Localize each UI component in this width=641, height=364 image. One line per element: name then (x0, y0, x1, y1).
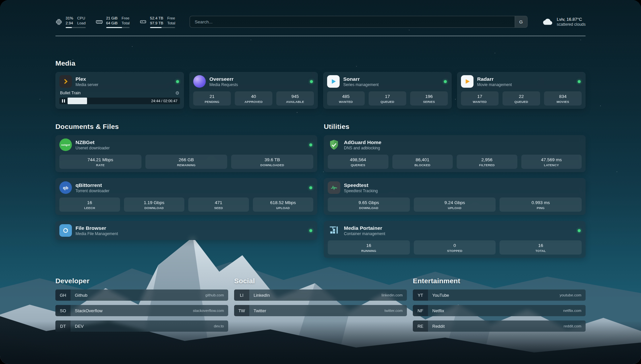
service-card-plex[interactable]: Plex Media server Bullet Train ⚙ 24:44 /… (55, 72, 184, 109)
stat-approved: 40 APPROVED (235, 91, 272, 106)
service-card-sonarr[interactable]: Sonarr Series management 485 WANTED 17 Q… (323, 72, 452, 109)
service-subtitle: Series management (343, 82, 379, 87)
bookmark-twitter[interactable]: TW Twitter twitter.com (234, 305, 407, 316)
service-title: Overseerr (209, 76, 238, 82)
bookmark-name: Twitter (254, 308, 266, 313)
stat-rate: 744.21 Mbps RATE (59, 155, 141, 169)
bookmark-name: YouTube (432, 293, 449, 298)
bookmark-stackoverflow[interactable]: SO StackOverflow stackoverflow.com (55, 305, 228, 316)
memory-total: 64 GiB (106, 21, 118, 26)
service-card-adguard[interactable]: AdGuard Home DNS and adblocking 498,564 … (324, 135, 586, 172)
section-media: Media Plex Media server (55, 59, 586, 109)
cloud-icon (542, 17, 553, 26)
bookmark-url: youtube.com (560, 293, 581, 297)
bookmark-netflix[interactable]: NF Netflix netflix.com (413, 305, 586, 316)
stat-download: 1.19 Gbps DOWNLOAD (124, 197, 185, 212)
nzbget-icon: nzbget (59, 138, 72, 151)
service-subtitle: Movie management (477, 82, 512, 87)
stat-pending: 21 PENDING (193, 91, 231, 106)
stat-downloaded: 39.6 TB DOWNLOADED (231, 155, 313, 169)
cpu-percent: 31% (66, 16, 73, 21)
stat-upload: 618.52 Mbps UPLOAD (253, 197, 314, 212)
memory-icon (96, 18, 103, 25)
service-title: Media Portainer (344, 225, 385, 231)
cpu-icon (55, 18, 62, 25)
bookmark-url: github.com (205, 293, 224, 297)
stat-upload: 9.24 Gbps UPLOAD (414, 197, 496, 212)
stat-movies: 834 MOVIES (544, 91, 582, 106)
service-title: Radarr (477, 76, 512, 82)
bookmark-name: StackOverflow (75, 308, 103, 313)
radarr-icon (461, 75, 473, 88)
cpu-label-2: Load (77, 21, 86, 26)
qbittorrent-icon: qb (59, 181, 72, 194)
bookmark-abbr: RE (413, 320, 428, 332)
service-card-radarr[interactable]: Radarr Movie management 17 WANTED 22 QUE… (457, 72, 586, 109)
disk-label-1: Free (167, 16, 175, 21)
bookmark-url: dev.to (214, 324, 224, 328)
bookmark-youtube[interactable]: YT YouTube youtube.com (413, 289, 586, 301)
pause-icon[interactable] (59, 99, 68, 103)
disk-meter-fill (150, 27, 162, 28)
playback-progress-bar[interactable]: 24:44 / 02:06:47 (59, 98, 180, 104)
bookmark-github[interactable]: GH Github github.com (55, 289, 228, 301)
bookmark-abbr: DT (55, 320, 71, 332)
bookmark-url: stackoverflow.com (193, 309, 224, 313)
service-subtitle: Usenet downloader (76, 146, 109, 151)
stat-filtered: 2,956 FILTERED (457, 155, 517, 169)
service-subtitle: DNS and adblocking (344, 146, 382, 151)
stat-available: 945 AVAILABLE (276, 91, 314, 106)
content: 31% 2.94 CPU Load (0, 0, 641, 350)
bookmark-reddit[interactable]: RE Reddit reddit.com (413, 320, 586, 332)
cpu-meter (66, 27, 86, 28)
weather-location: Lviv, 16.87°C (557, 16, 586, 22)
service-card-qbittorrent[interactable]: qb qBittorrent Torrent downloader 16 (55, 178, 317, 215)
stat-ping: 0.993 ms PING (500, 197, 582, 212)
section-title-media: Media (55, 59, 586, 67)
status-dot (578, 80, 581, 83)
service-card-overseerr[interactable]: Overseerr Media Requests 21 PENDING 40 A… (189, 72, 318, 109)
stat-wanted: 17 WANTED (461, 91, 499, 106)
section-title-utilities: Utilities (324, 123, 586, 131)
status-dot (309, 186, 312, 189)
bookmark-group-developer: Developer GH Github github.com SO StackO… (55, 277, 228, 332)
bookmark-name: Github (75, 293, 87, 298)
sonarr-icon (327, 75, 340, 88)
search-provider-button[interactable]: G (515, 16, 527, 27)
bookmark-abbr: GH (55, 289, 71, 301)
service-subtitle: Speedtest Tracking (344, 189, 378, 194)
search-input[interactable] (190, 16, 527, 28)
service-title: File Browser (76, 225, 118, 231)
bookmark-name: LinkedIn (254, 293, 270, 298)
bookmark-abbr: SO (55, 305, 71, 316)
bookmark-name: Netflix (432, 308, 444, 313)
service-title: Sonarr (343, 76, 379, 82)
dashboard-page: 31% 2.94 CPU Load (0, 0, 641, 364)
stat-seed: 471 SEED (188, 197, 249, 212)
bookmark-name: DEV (75, 324, 84, 329)
section-title-developer: Developer (55, 277, 228, 285)
speedtest-icon (328, 181, 340, 194)
service-title: Speedtest (344, 182, 378, 188)
playback-progress-fill (68, 98, 87, 104)
service-card-filebrowser[interactable]: File Browser Media File Management (55, 221, 317, 240)
stat-queued: 17 QUEUED (369, 91, 406, 106)
memory-free: 21 GiB (106, 16, 118, 21)
gear-icon[interactable]: ⚙ (175, 91, 179, 95)
stat-series: 196 SERIES (410, 91, 448, 106)
weather-condition: scattered clouds (557, 22, 586, 27)
section-title-social: Social (234, 277, 407, 285)
section-title-documents: Documents & Files (55, 123, 317, 131)
service-card-portainer[interactable]: Media Portainer Container management 16 … (324, 221, 586, 258)
bookmark-dev[interactable]: DT DEV dev.to (55, 320, 228, 332)
disk-icon (139, 18, 147, 25)
service-card-speedtest[interactable]: Speedtest Speedtest Tracking 9.65 Gbps D… (324, 178, 586, 215)
plex-icon (59, 75, 72, 88)
status-dot (310, 80, 313, 83)
disk-meter (150, 27, 175, 28)
service-card-nzbget[interactable]: nzbget NZBGet Usenet downloader 744.21 M… (55, 135, 317, 172)
memory-label-2: Total (122, 21, 130, 26)
filebrowser-icon (59, 224, 72, 237)
bookmark-linkedin[interactable]: LI LinkedIn linkedin.com (234, 289, 407, 301)
status-dot (176, 80, 179, 83)
